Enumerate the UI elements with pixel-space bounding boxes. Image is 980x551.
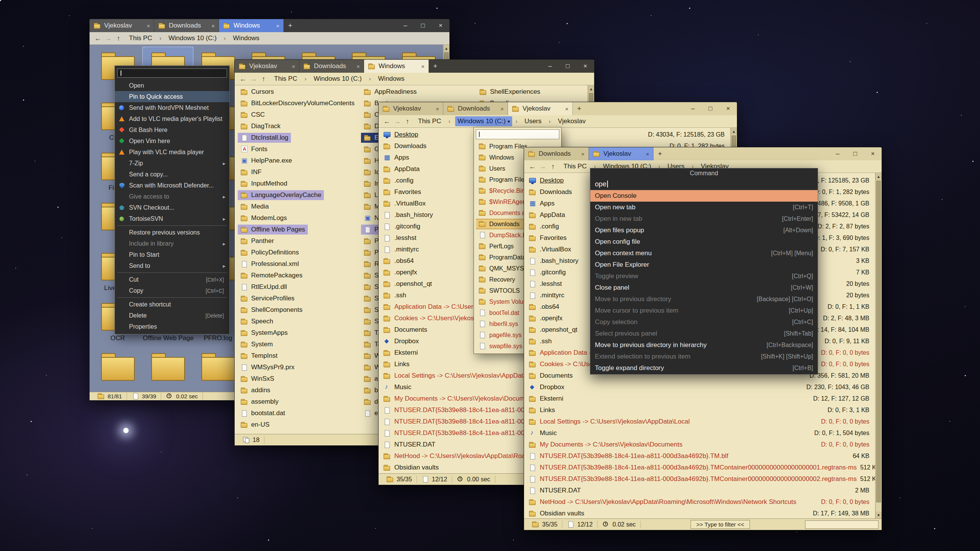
command-input[interactable]: ope — [590, 178, 818, 190]
tab-close-icon[interactable]: × — [147, 23, 150, 29]
tab[interactable]: Downloads × — [154, 19, 219, 32]
file-row[interactable]: BitLockerDiscoveryVolumeContents — [238, 98, 357, 109]
tab[interactable]: Vjekoslav × — [589, 147, 653, 160]
file-icon-cell[interactable] — [143, 348, 193, 392]
back-button[interactable]: ← — [527, 163, 537, 171]
tab[interactable]: Downloads × — [443, 102, 508, 115]
context-menu-item[interactable]: Create shortcut — [115, 299, 229, 310]
context-menu-item[interactable]: Open Vim here — [115, 135, 229, 147]
command-item[interactable]: Open new tab [Ctrl+T] — [590, 202, 818, 213]
file-row[interactable]: Fonts — [238, 143, 357, 155]
command-item[interactable]: Open Console — [590, 190, 818, 202]
tab[interactable]: Vjekoslav × — [379, 102, 443, 115]
file-row[interactable]: Eksterni D: 12, F: 127, 12 GB — [524, 393, 875, 404]
scroll-down-icon[interactable]: ▼ — [875, 512, 882, 518]
file-row[interactable]: RemotePackages — [238, 270, 357, 281]
file-icon-cell[interactable] — [93, 348, 143, 392]
command-item[interactable]: Toggle preview [Ctrl+Q] — [590, 271, 818, 282]
up-button[interactable]: ↑ — [258, 75, 269, 83]
title-bar[interactable]: Vjekoslav × Downloads × Vjekoslav × + – … — [379, 102, 737, 115]
titlebar-spacer[interactable] — [442, 60, 541, 73]
file-row[interactable]: DtcInstall.log — [238, 132, 357, 143]
breadcrumb-segment[interactable]: This PC — [416, 116, 445, 126]
tab[interactable]: Windows × — [219, 19, 284, 32]
context-menu-item[interactable]: Pin to Start — [115, 249, 229, 260]
minimize-button[interactable]: – — [541, 60, 559, 73]
file-row[interactable]: bootstat.dat — [238, 408, 357, 419]
file-row[interactable]: addins — [238, 385, 357, 396]
minimize-button[interactable]: – — [684, 102, 702, 115]
command-item[interactable]: Open File Explorer — [590, 259, 818, 271]
titlebar-spacer[interactable] — [297, 19, 397, 32]
titlebar-spacer[interactable] — [586, 102, 684, 115]
command-item[interactable]: Close panel [Ctrl+W] — [590, 282, 818, 293]
file-row[interactable]: DiagTrack — [238, 121, 357, 132]
breadcrumb-segment[interactable]: › Windows — [221, 33, 264, 43]
close-button[interactable]: × — [864, 147, 882, 160]
file-row[interactable]: ShellComponents — [238, 304, 357, 316]
file-row[interactable]: AppReadiness — [361, 86, 480, 98]
file-row[interactable]: WinSxS — [238, 373, 357, 385]
context-menu-item[interactable]: Pin to Quick access — [115, 91, 229, 102]
rename-input[interactable] — [117, 68, 227, 78]
command-item[interactable]: Select previous panel [Shift+Tab] — [590, 328, 818, 339]
tab[interactable]: Vjekoslav × — [508, 102, 573, 115]
file-row[interactable]: System — [238, 339, 357, 350]
maximize-button[interactable]: □ — [559, 60, 577, 73]
scroll-up-icon[interactable]: ▲ — [875, 173, 882, 180]
title-bar[interactable]: Vjekoslav × Downloads × Windows × + – □ — [90, 19, 449, 32]
file-row[interactable]: InputMethod — [238, 178, 357, 189]
file-row[interactable]: Cursors — [238, 86, 357, 98]
context-menu-item[interactable]: Restore previous versions — [115, 227, 229, 238]
file-row[interactable]: CSC — [238, 109, 357, 121]
file-row[interactable]: assembly — [238, 396, 357, 408]
scroll-up-icon[interactable]: ▲ — [731, 128, 737, 135]
maximize-button[interactable]: □ — [414, 19, 432, 32]
scroll-up-icon[interactable]: ▲ — [443, 45, 449, 52]
file-row[interactable]: Media — [238, 201, 357, 212]
tab-close-icon[interactable]: × — [581, 151, 585, 157]
tab-close-icon[interactable]: × — [500, 106, 504, 112]
breadcrumb-segment[interactable]: › Windows 10 (C:)▾ — [445, 116, 512, 126]
scrollbar-thumb[interactable] — [876, 181, 881, 502]
context-menu-item[interactable]: Add to VLC media player's Playlist — [115, 113, 229, 124]
context-menu-item[interactable]: Copy [Ctrl+C] — [115, 285, 229, 296]
command-item[interactable]: Toggle expand directory [Ctrl+B] — [590, 362, 818, 374]
title-bar[interactable]: Vjekoslav × Downloads × Windows × + – □ — [235, 60, 594, 73]
file-row[interactable]: Offline Web Pages — [238, 224, 357, 235]
tab-close-icon[interactable]: × — [436, 106, 439, 112]
context-menu-item[interactable]: SVN Checkout... — [115, 202, 229, 213]
file-row[interactable]: PolicyDefinitions — [238, 247, 357, 258]
file-row[interactable]: Local Settings -> C:\Users\Vjekoslav\App… — [524, 416, 875, 427]
breadcrumb-segment[interactable]: › Windows — [366, 74, 409, 84]
titlebar-spacer[interactable] — [666, 147, 829, 160]
context-menu-item[interactable] — [115, 296, 229, 299]
file-row[interactable]: en-US — [238, 419, 357, 430]
tab[interactable]: Downloads × — [524, 147, 589, 160]
maximize-button[interactable]: □ — [846, 147, 864, 160]
new-tab-button[interactable]: + — [429, 60, 442, 73]
minimize-button[interactable]: – — [397, 19, 414, 32]
up-button[interactable]: ↑ — [113, 34, 124, 42]
command-item[interactable]: Copy selection [Ctrl+C] — [590, 316, 818, 328]
up-button[interactable]: ↑ — [548, 163, 558, 171]
command-item[interactable]: Open files popup [Alt+Down] — [590, 225, 818, 236]
file-row[interactable]: ModemLogs — [238, 212, 357, 224]
scroll-up-icon[interactable]: ▲ — [588, 85, 594, 92]
new-tab-button[interactable]: + — [284, 19, 297, 32]
file-row[interactable]: TempInst — [238, 350, 357, 362]
title-bar[interactable]: Downloads × Vjekoslav × + – □ × — [524, 147, 882, 160]
file-row[interactable]: Links D: 0, F: 3, 1 KB — [524, 404, 875, 416]
breadcrumb-segment[interactable]: › Windows 10 (C:) — [301, 74, 366, 84]
tab-close-icon[interactable]: × — [565, 106, 568, 112]
context-menu-item[interactable] — [115, 271, 229, 274]
breadcrumb-segment[interactable]: › Users — [512, 116, 546, 126]
context-menu-item[interactable]: Open — [115, 80, 229, 91]
command-item[interactable]: Move to previous directory in hierarchy … — [590, 339, 818, 351]
close-button[interactable]: × — [432, 19, 449, 32]
back-button[interactable]: ← — [238, 75, 248, 83]
forward-button[interactable]: → — [537, 163, 548, 171]
tab-close-icon[interactable]: × — [292, 63, 295, 70]
context-menu-item[interactable]: Git Bash Here — [115, 124, 229, 135]
context-menu-item[interactable]: Send to ▸ — [115, 260, 229, 271]
